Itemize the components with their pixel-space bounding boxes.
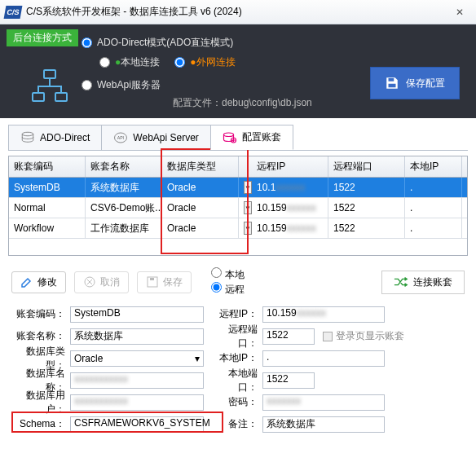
connection-panel: 后台连接方式 ADO-Direct模式(ADO直连模式) 本地连接 外网连接 W… — [0, 24, 476, 118]
database-icon — [20, 131, 35, 144]
local-port-field[interactable]: 1522 — [262, 372, 315, 389]
label-code: 账套编码： — [11, 307, 70, 321]
form-toolbar: 修改 取消 保存 本地 远程 连接账套 — [11, 267, 465, 297]
chevron-down-icon: ▼ — [244, 201, 252, 214]
svg-rect-1 — [33, 93, 44, 101]
local-ip-field[interactable]: . — [262, 350, 385, 367]
table-row[interactable]: Normal CSV6-Demo账... Oracle ▼ 10.159xxxx… — [9, 198, 467, 218]
svg-text:API: API — [117, 135, 124, 140]
table-row[interactable]: SystemDB 系统数据库 Oracle ▼ 10.1xxxxxx 1522 … — [9, 178, 467, 198]
password-field[interactable]: xxxxxxx — [262, 394, 385, 411]
radio-form-local[interactable]: 本地 — [211, 267, 245, 282]
svg-rect-2 — [55, 93, 67, 101]
shuffle-icon — [394, 276, 408, 288]
tab-ado-direct[interactable]: ADO-Direct — [8, 125, 102, 150]
api-icon: API — [113, 131, 128, 144]
remote-ip-field[interactable]: 10.159xxxxxx — [262, 306, 385, 323]
edit-button[interactable]: 修改 — [11, 271, 66, 293]
label-dbuser: 数据库用户： — [11, 389, 70, 416]
save-config-button[interactable]: 保存配置 — [370, 67, 460, 99]
svg-rect-3 — [389, 78, 394, 81]
name-field[interactable]: 系统数据库 — [70, 328, 204, 345]
window-title: C/S系统软件开发框架 - 数据库连接工具 v6 (2024) — [26, 5, 448, 19]
table-header: 账套编码 账套名称 数据库类型 远程IP 远程端口 本地IP — [9, 156, 467, 178]
svg-rect-12 — [150, 278, 154, 280]
conn-method-tag: 后台连接方式 — [7, 29, 78, 46]
close-icon[interactable]: ✕ — [448, 3, 471, 21]
th-remote-port[interactable]: 远程端口 — [328, 156, 405, 177]
dbuser-field[interactable]: xxxxxxxxxxx — [70, 394, 204, 411]
cancel-button[interactable]: 取消 — [74, 271, 129, 293]
th-dd — [239, 156, 252, 177]
tab-config-account[interactable]: 配置账套 — [210, 125, 293, 150]
account-table: 账套编码 账套名称 数据库类型 远程IP 远程端口 本地IP SystemDB … — [8, 156, 468, 256]
config-icon — [223, 131, 237, 144]
chevron-down-icon: ▾ — [195, 353, 200, 364]
svg-point-5 — [22, 132, 33, 136]
titlebar: C/S C/S系统软件开发框架 - 数据库连接工具 v6 (2024) ✕ — [0, 0, 476, 24]
edit-icon — [20, 275, 33, 288]
radio-local[interactable]: 本地连接 — [99, 55, 160, 69]
connect-button[interactable]: 连接账套 — [381, 271, 465, 294]
radio-ado-direct[interactable]: ADO-Direct模式(ADO直连模式) — [82, 34, 468, 51]
remote-port-field[interactable]: 1522 — [262, 328, 315, 345]
label-rip: 远程IP： — [214, 307, 262, 321]
th-name[interactable]: 账套名称 — [86, 156, 162, 177]
svg-rect-0 — [44, 70, 55, 78]
save-button[interactable]: 保存 — [137, 271, 192, 293]
dbtype-select[interactable]: Oracle▾ — [70, 350, 204, 367]
radio-wan[interactable]: 外网连接 — [174, 55, 235, 69]
tab-bar: ADO-Direct API WebApi Server 配置账套 — [8, 125, 468, 151]
th-code[interactable]: 账套编码 — [9, 156, 86, 177]
label-name: 账套名称： — [11, 329, 70, 343]
chevron-down-icon: ▼ — [244, 222, 252, 235]
tab-webapi[interactable]: API WebApi Server — [101, 125, 210, 150]
schema-field[interactable]: CSFRAMEWORKV6_SYSTEM — [70, 416, 204, 433]
th-remote-ip[interactable]: 远程IP — [252, 156, 328, 177]
show-on-login-checkbox[interactable]: 登录页显示账套 — [323, 329, 404, 343]
dbname-field[interactable]: xxxxxxxxxxx — [70, 372, 204, 389]
label-lport: 本地端口： — [214, 367, 262, 394]
cancel-icon — [83, 275, 96, 288]
label-note: 备注： — [214, 417, 262, 431]
th-dbtype[interactable]: 数据库类型 — [162, 156, 239, 177]
note-field[interactable]: 系统数据库 — [262, 416, 385, 433]
chevron-down-icon: ▼ — [244, 181, 252, 194]
app-logo: C/S — [4, 6, 23, 19]
svg-point-8 — [223, 133, 233, 137]
label-rport: 远程端口： — [214, 323, 262, 350]
th-local-ip[interactable]: 本地IP — [405, 156, 462, 177]
table-row[interactable]: Workflow 工作流数据库 Oracle ▼ 10.159xxxxxx 15… — [9, 218, 467, 239]
label-lip: 本地IP： — [214, 351, 262, 365]
svg-rect-4 — [389, 84, 396, 88]
label-pwd: 密码： — [214, 395, 262, 409]
radio-form-remote[interactable]: 远程 — [211, 282, 245, 297]
save-icon — [146, 275, 159, 288]
account-form: 账套编码： SystemDB 远程IP： 10.159xxxxxx 账套名称： … — [11, 303, 465, 435]
code-field[interactable]: SystemDB — [70, 306, 204, 323]
save-icon — [385, 76, 399, 90]
network-icon — [31, 68, 68, 108]
label-schema: Schema： — [11, 417, 70, 431]
